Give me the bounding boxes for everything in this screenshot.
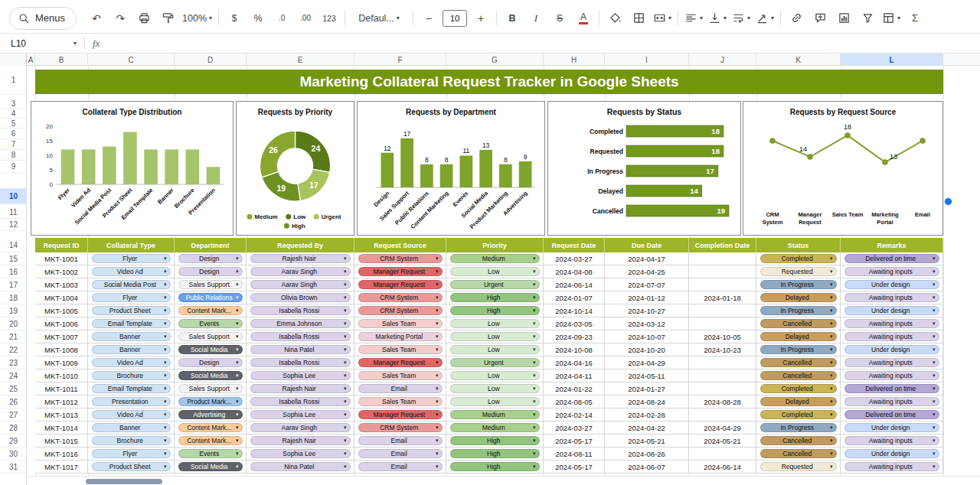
- cell-collateral_type[interactable]: Flyer▾: [88, 291, 175, 304]
- cell-department[interactable]: Public Relations▾: [175, 291, 247, 304]
- cell-priority[interactable]: High▾: [446, 304, 544, 317]
- cell-requested_by[interactable]: Aarav Singh▾: [247, 278, 354, 291]
- cell-request_id[interactable]: MKT-1004: [35, 291, 88, 304]
- cell-request_id[interactable]: MKT-1002: [35, 265, 88, 278]
- column-header-K[interactable]: K: [756, 54, 841, 66]
- cell-status[interactable]: Delayed▾: [756, 330, 841, 343]
- cell-request_date[interactable]: 2024-02-14: [544, 409, 605, 422]
- department-chip[interactable]: Design▾: [178, 254, 243, 263]
- priority-chip[interactable]: High▾: [450, 293, 540, 302]
- cell-requested_by[interactable]: Nina Patel▾: [247, 343, 354, 356]
- collateral-type-chip[interactable]: Banner▾: [92, 345, 171, 354]
- bold-button[interactable]: B: [501, 8, 524, 28]
- request-source-chip[interactable]: Sales Team▾: [358, 397, 443, 406]
- priority-chip[interactable]: Low▾: [450, 384, 540, 393]
- row-header-16[interactable]: 16: [0, 265, 27, 278]
- priority-chip[interactable]: Urgent▾: [450, 358, 540, 367]
- collateral-type-chip[interactable]: Email Template▾: [92, 319, 171, 328]
- cell-request_source[interactable]: Sales Team▾: [354, 395, 446, 409]
- cell-collateral_type[interactable]: Video Ad▾: [88, 265, 175, 278]
- cell-requested_by[interactable]: Sophia Lee▾: [247, 448, 354, 461]
- horizontal-scrollbar-thumb[interactable]: [86, 479, 162, 484]
- cell-department[interactable]: Social Media▾: [175, 369, 247, 382]
- text-rotation-button[interactable]: ▾: [753, 8, 776, 28]
- column-header-F[interactable]: F: [354, 54, 446, 66]
- cell-request_date[interactable]: 2024-05-17: [544, 435, 605, 448]
- column-header-A[interactable]: A: [27, 54, 35, 66]
- cell-request_id[interactable]: MKT-1010: [35, 369, 88, 382]
- cell-status[interactable]: Requested▾: [756, 461, 841, 474]
- cell-department[interactable]: Design▾: [175, 252, 247, 265]
- cell-requested_by[interactable]: Aarav Singh▾: [247, 265, 354, 278]
- row-header-20[interactable]: 20: [0, 317, 27, 330]
- cell-request_source[interactable]: Email▾: [354, 382, 446, 395]
- horizontal-align-button[interactable]: ▾: [682, 8, 705, 28]
- cell-due_date[interactable]: 2024-04-17: [605, 252, 689, 265]
- cell-due_date[interactable]: 2024-10-20: [605, 343, 689, 356]
- column-header-E[interactable]: E: [247, 54, 354, 66]
- cell-request_id[interactable]: MKT-1016: [35, 448, 88, 461]
- cell-request_source[interactable]: Email▾: [354, 461, 446, 474]
- cell-collateral_type[interactable]: Brochure▾: [88, 435, 175, 448]
- row-header-3[interactable]: 3: [0, 99, 27, 109]
- cell-request_source[interactable]: CRM System▾: [354, 422, 446, 435]
- cell-status[interactable]: Completed▾: [756, 252, 841, 265]
- cell-remarks[interactable]: Awaiting inputs▾: [841, 461, 943, 474]
- collateral-type-chip[interactable]: Banner▾: [92, 423, 171, 432]
- requested-by-chip[interactable]: Sophia Lee▾: [250, 371, 351, 380]
- priority-chip[interactable]: High▾: [450, 306, 540, 315]
- remarks-chip[interactable]: Awaiting inputs▾: [844, 436, 939, 445]
- undo-button[interactable]: ↶: [85, 8, 108, 28]
- cell-completion_date[interactable]: [689, 369, 756, 382]
- insert-comment-button[interactable]: [808, 8, 831, 28]
- row-header-17[interactable]: 17: [0, 278, 27, 291]
- row-header-4[interactable]: 4: [0, 109, 27, 119]
- cell-completion_date[interactable]: 2024-04-29: [689, 422, 756, 435]
- strikethrough-button[interactable]: S: [548, 8, 571, 28]
- requested-by-chip[interactable]: Sophia Lee▾: [250, 449, 351, 458]
- cell-due_date[interactable]: 2024-01-12: [605, 291, 689, 304]
- cell-remarks[interactable]: Awaiting inputs▾: [841, 317, 943, 330]
- cell-request_source[interactable]: Marketing Portal▾: [354, 330, 446, 343]
- collateral-type-chip[interactable]: Banner▾: [92, 332, 171, 341]
- cell-request_id[interactable]: MKT-1005: [35, 304, 88, 317]
- cell-collateral_type[interactable]: Flyer▾: [88, 252, 175, 265]
- paint-format-button[interactable]: [156, 8, 179, 28]
- status-chip[interactable]: Cancelled▾: [760, 319, 837, 328]
- cell-priority[interactable]: Urgent▾: [446, 278, 544, 291]
- cell-priority[interactable]: Medium▾: [446, 252, 544, 265]
- request-source-chip[interactable]: Email▾: [358, 449, 443, 458]
- cell-department[interactable]: Sales Support▾: [175, 382, 247, 395]
- cell-department[interactable]: Design▾: [175, 356, 247, 369]
- remarks-chip[interactable]: Awaiting inputs▾: [844, 462, 939, 471]
- requested-by-chip[interactable]: Nina Patel▾: [250, 345, 351, 354]
- column-header-D[interactable]: D: [175, 54, 247, 66]
- remarks-chip[interactable]: Awaiting inputs▾: [844, 319, 939, 328]
- cell-status[interactable]: In Progress▾: [756, 304, 841, 317]
- cell-request_id[interactable]: MKT-1011: [35, 382, 88, 395]
- cell-collateral_type[interactable]: Product Sheet▾: [88, 461, 175, 474]
- cell-request_date[interactable]: 2024-10-08: [544, 343, 605, 356]
- font-select[interactable]: Defaul...▾: [349, 8, 409, 28]
- row-header-18[interactable]: 18: [0, 291, 27, 304]
- cell-collateral_type[interactable]: Product Sheet▾: [88, 304, 175, 317]
- remarks-chip[interactable]: Under design▾: [844, 345, 939, 354]
- cell-priority[interactable]: Medium▾: [446, 422, 544, 435]
- status-chip[interactable]: Cancelled▾: [760, 371, 837, 380]
- cell-remarks[interactable]: Under design▾: [841, 278, 943, 291]
- cell-due_date[interactable]: 2024-07-07: [605, 278, 689, 291]
- requested-by-chip[interactable]: Sophia Lee▾: [250, 410, 351, 419]
- cell-completion_date[interactable]: [689, 356, 756, 369]
- request-source-chip[interactable]: CRM System▾: [358, 254, 443, 263]
- row-header-30[interactable]: 30: [0, 448, 27, 461]
- cell-remarks[interactable]: Awaiting inputs▾: [841, 291, 943, 304]
- collateral-type-chip[interactable]: Product Sheet▾: [92, 462, 171, 471]
- cell-completion_date[interactable]: 2024-10-05: [689, 330, 756, 343]
- cell-due_date[interactable]: 2024-04-25: [605, 265, 689, 278]
- requests-by-priority-chart[interactable]: Requests by Priority24171926MediumLowUrg…: [236, 101, 354, 236]
- remarks-chip[interactable]: Under design▾: [844, 449, 939, 458]
- status-chip[interactable]: Delayed▾: [760, 332, 837, 341]
- redo-button[interactable]: ↷: [109, 8, 132, 28]
- requests-by-department-chart[interactable]: Requests by Department12Design17Sales Su…: [357, 101, 545, 236]
- cell-request_source[interactable]: Manager Request▾: [354, 265, 446, 278]
